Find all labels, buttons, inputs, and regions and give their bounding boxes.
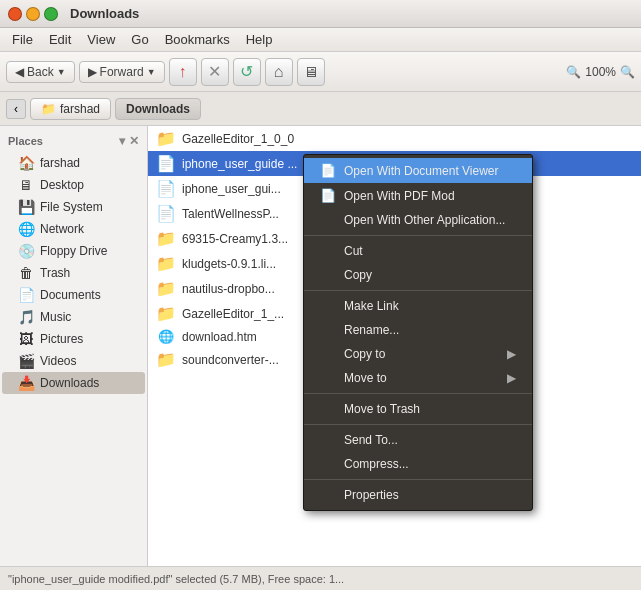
computer-button[interactable]: 🖥 [297,58,325,86]
ctx-separator-2 [304,290,532,291]
breadcrumb-home[interactable]: 📁 farshad [30,98,111,120]
window-controls[interactable] [8,7,58,21]
sidebar-item-label: File System [40,200,103,214]
sidebar-item-desktop[interactable]: 🖥 Desktop [2,174,145,196]
ctx-make-link[interactable]: Make Link [304,294,532,318]
ctx-cut[interactable]: Cut [304,239,532,263]
ctx-separator-4 [304,424,532,425]
sidebar-item-filesystem[interactable]: 💾 File System [2,196,145,218]
pdf-icon: 📄 [156,204,176,223]
main-layout: Places ▾ ✕ 🏠 farshad 🖥 Desktop 💾 File Sy… [0,126,641,566]
ctx-item-label: Rename... [344,323,399,337]
ctx-copy-to[interactable]: Copy to ▶ [304,342,532,366]
ctx-move-to[interactable]: Move to ▶ [304,366,532,390]
reload-button[interactable]: ↺ [233,58,261,86]
sidebar-item-floppy[interactable]: 💿 Floppy Drive [2,240,145,262]
music-icon: 🎵 [18,309,34,325]
menu-view[interactable]: View [79,30,123,49]
submenu-arrow-icon: ▶ [507,347,516,361]
zoom-out-icon[interactable]: 🔍 [566,65,581,79]
menu-bookmarks[interactable]: Bookmarks [157,30,238,49]
statusbar-text: "iphone_user_guide modified.pdf" selecte… [8,573,344,585]
home-icon: ⌂ [274,63,284,81]
file-name: GazelleEditor_1_... [182,307,284,321]
menu-file[interactable]: File [4,30,41,49]
back-arrow-icon: ◀ [15,65,24,79]
ctx-rename[interactable]: Rename... [304,318,532,342]
locationbar: ‹ 📁 farshad Downloads [0,92,641,126]
sidebar-item-label: Downloads [40,376,99,390]
sidebar-item-label: Network [40,222,84,236]
file-name: TalentWellnessP... [182,207,279,221]
ctx-item-label: Send To... [344,433,398,447]
html-icon: 🌐 [156,329,176,344]
sidebar-item-music[interactable]: 🎵 Music [2,306,145,328]
ctx-item-label: Move to Trash [344,402,420,416]
file-name: GazelleEditor_1_0_0 [182,132,294,146]
ctx-open-doc-viewer[interactable]: 📄 Open With Document Viewer [304,158,532,183]
ctx-move-trash[interactable]: Move to Trash [304,397,532,421]
folder-icon: 📁 [156,229,176,248]
sidebar-item-label: Documents [40,288,101,302]
file-item[interactable]: 📁 GazelleEditor_1_0_0 [148,126,641,151]
reload-icon: ↺ [240,62,253,81]
sidebar-toggle-btn[interactable]: ▾ [119,134,125,148]
sidebar-header-actions[interactable]: ▾ ✕ [119,134,139,148]
sidebar-item-label: Trash [40,266,70,280]
ctx-copy[interactable]: Copy [304,263,532,287]
ctx-open-pdf-mod[interactable]: 📄 Open With PDF Mod [304,183,532,208]
breadcrumb-current[interactable]: Downloads [115,98,201,120]
file-list[interactable]: 📁 GazelleEditor_1_0_0 📄 iphone_user_guid… [148,126,641,566]
documents-icon: 📄 [18,287,34,303]
zoom-in-icon[interactable]: 🔍 [620,65,635,79]
ctx-open-other[interactable]: Open With Other Application... [304,208,532,232]
location-prev-button[interactable]: ‹ [6,99,26,119]
computer-icon: 🖥 [303,63,318,80]
stop-icon: ✕ [208,62,221,81]
stop-button[interactable]: ✕ [201,58,229,86]
ctx-compress[interactable]: Compress... [304,452,532,476]
home-crumb-label: farshad [60,102,100,116]
pictures-icon: 🖼 [18,331,34,347]
sidebar-item-farshad[interactable]: 🏠 farshad [2,152,145,174]
close-button[interactable] [8,7,22,21]
ctx-properties[interactable]: Properties [304,483,532,507]
current-crumb-label: Downloads [126,102,190,116]
forward-label: Forward [100,65,144,79]
back-button[interactable]: ◀ Back ▼ [6,61,75,83]
sidebar-item-network[interactable]: 🌐 Network [2,218,145,240]
sidebar-item-label: Floppy Drive [40,244,107,258]
menu-go[interactable]: Go [123,30,156,49]
ctx-item-label: Make Link [344,299,399,313]
ctx-item-label: Open With PDF Mod [344,189,455,203]
sidebar-item-videos[interactable]: 🎬 Videos [2,350,145,372]
forward-button[interactable]: ▶ Forward ▼ [79,61,165,83]
file-name: download.htm [182,330,257,344]
sidebar-item-downloads[interactable]: 📥 Downloads [2,372,145,394]
zoom-controls: 🔍 100% 🔍 [566,65,635,79]
menu-help[interactable]: Help [238,30,281,49]
file-name: nautilus-dropbo... [182,282,275,296]
sidebar-item-documents[interactable]: 📄 Documents [2,284,145,306]
window-title: Downloads [70,6,139,21]
filesystem-icon: 💾 [18,199,34,215]
ctx-item-label: Properties [344,488,399,502]
downloads-icon: 📥 [18,375,34,391]
ctx-item-label: Copy to [344,347,385,361]
back-dropdown-icon: ▼ [57,67,66,77]
ctx-send-to[interactable]: Send To... [304,428,532,452]
maximize-button[interactable] [44,7,58,21]
back-label: Back [27,65,54,79]
minimize-button[interactable] [26,7,40,21]
menu-edit[interactable]: Edit [41,30,79,49]
home-button[interactable]: ⌂ [265,58,293,86]
sidebar-item-label: Music [40,310,71,324]
ctx-separator-5 [304,479,532,480]
up-button[interactable]: ↑ [169,58,197,86]
folder-icon: 📁 [41,102,56,116]
doc-viewer-icon: 📄 [320,163,336,178]
sidebar-item-trash[interactable]: 🗑 Trash [2,262,145,284]
sidebar-item-pictures[interactable]: 🖼 Pictures [2,328,145,350]
sidebar-close-btn[interactable]: ✕ [129,134,139,148]
videos-icon: 🎬 [18,353,34,369]
